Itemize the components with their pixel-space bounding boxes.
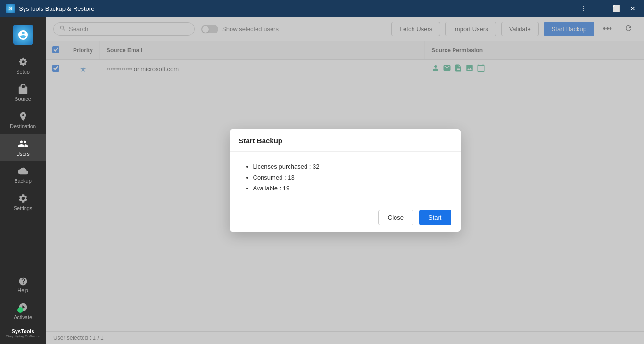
sidebar-brand bbox=[13, 21, 33, 52]
sidebar-item-activate[interactable]: Activate bbox=[0, 298, 46, 324]
sidebar-item-help[interactable]: Help bbox=[0, 273, 46, 297]
activate-dot bbox=[17, 307, 23, 313]
sidebar-item-backup[interactable]: Backup bbox=[0, 161, 46, 188]
app-title: SysTools Backup & Restore bbox=[19, 5, 94, 12]
modal-item-consumed: Consumed : 13 bbox=[253, 174, 446, 181]
modal-start-button[interactable]: Start bbox=[419, 210, 451, 225]
app-layout: Setup Source Destination Users Backup Se… bbox=[0, 17, 644, 344]
modal-header: Start Backup bbox=[230, 129, 461, 152]
sidebar-item-help-label: Help bbox=[17, 287, 28, 293]
title-bar-controls: ⋮ — ⬜ ✕ bbox=[578, 4, 638, 13]
sidebar-item-source[interactable]: Source bbox=[0, 79, 46, 106]
sidebar-item-destination-label: Destination bbox=[10, 123, 36, 129]
brand-tagline: Simplifying Software bbox=[6, 334, 40, 338]
modal-body: Licenses purchased : 32 Consumed : 13 Av… bbox=[230, 152, 461, 203]
sidebar-item-users-label: Users bbox=[16, 151, 30, 156]
modal-overlay: Start Backup Licenses purchased : 32 Con… bbox=[46, 17, 644, 344]
modal-dialog: Start Backup Licenses purchased : 32 Con… bbox=[230, 129, 461, 232]
sidebar: Setup Source Destination Users Backup Se… bbox=[0, 17, 46, 344]
modal-title: Start Backup bbox=[239, 137, 283, 145]
sidebar-item-users[interactable]: Users bbox=[0, 134, 46, 161]
more-options-button[interactable]: ⋮ bbox=[578, 4, 590, 13]
title-bar-left: S SysTools Backup & Restore bbox=[6, 4, 94, 13]
modal-close-button[interactable]: Close bbox=[378, 210, 413, 225]
sidebar-item-backup-label: Backup bbox=[14, 178, 32, 184]
sidebar-item-settings[interactable]: Settings bbox=[0, 188, 46, 216]
sidebar-item-activate-label: Activate bbox=[14, 314, 32, 320]
close-button[interactable]: ✕ bbox=[627, 4, 638, 13]
title-bar: S SysTools Backup & Restore ⋮ — ⬜ ✕ bbox=[0, 0, 644, 17]
sidebar-item-setup-label: Setup bbox=[16, 69, 30, 74]
modal-item-available: Available : 19 bbox=[253, 185, 446, 192]
app-logo: S bbox=[6, 4, 15, 13]
modal-item-licenses: Licenses purchased : 32 bbox=[253, 163, 446, 170]
modal-footer: Close Start bbox=[230, 203, 461, 232]
sidebar-item-destination[interactable]: Destination bbox=[0, 106, 46, 134]
minimize-button[interactable]: — bbox=[594, 4, 606, 13]
sidebar-brand-bottom: SysTools Simplifying Software bbox=[4, 325, 41, 340]
brand-logo bbox=[13, 25, 33, 45]
maximize-button[interactable]: ⬜ bbox=[610, 4, 623, 13]
sidebar-bottom: Help Activate SysTools Simplifying Softw… bbox=[0, 273, 46, 344]
main-content: Show selected users Fetch Users Import U… bbox=[46, 17, 644, 344]
sidebar-item-source-label: Source bbox=[15, 96, 31, 102]
sidebar-item-setup[interactable]: Setup bbox=[0, 52, 46, 79]
modal-license-list: Licenses purchased : 32 Consumed : 13 Av… bbox=[244, 163, 446, 192]
brand-name: SysTools bbox=[6, 328, 40, 334]
sidebar-item-settings-label: Settings bbox=[14, 205, 33, 211]
